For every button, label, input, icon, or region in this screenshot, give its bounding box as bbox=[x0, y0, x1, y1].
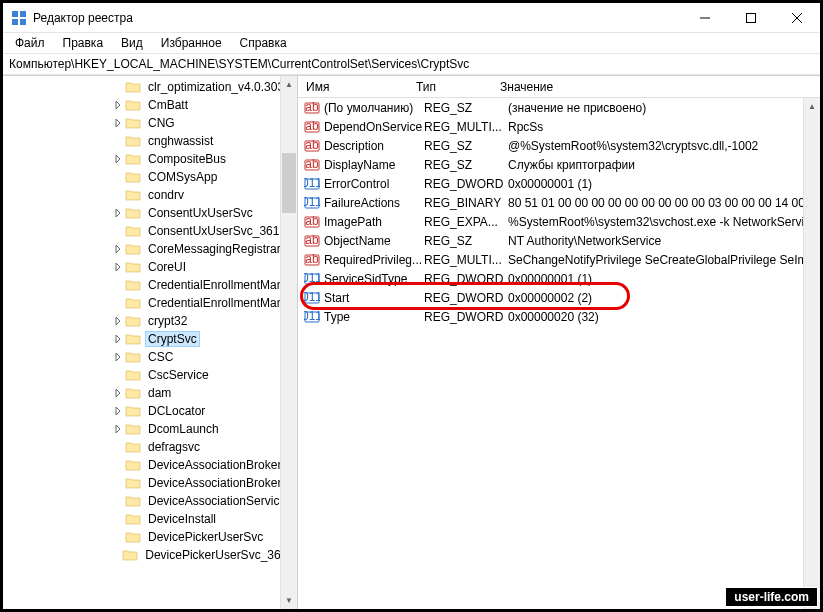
tree-item[interactable]: CryptSvc bbox=[3, 330, 297, 348]
tree-item[interactable]: crypt32 bbox=[3, 312, 297, 330]
tree-item[interactable]: CmBatt bbox=[3, 96, 297, 114]
string-value-icon: ab bbox=[304, 119, 320, 135]
tree-scrollbar[interactable]: ▲ ▼ bbox=[280, 76, 297, 609]
tree-item-label: DeviceAssociationService bbox=[145, 493, 289, 509]
svg-text:ab: ab bbox=[305, 214, 319, 228]
tree-item[interactable]: DeviceAssociationService bbox=[3, 492, 297, 510]
tree-item[interactable]: CscService bbox=[3, 366, 297, 384]
expander-icon[interactable] bbox=[111, 548, 122, 562]
tree-item-label: CscService bbox=[145, 367, 212, 383]
tree-item-label: DeviceAssociationBrokerS bbox=[145, 475, 292, 491]
expander-icon[interactable] bbox=[111, 494, 125, 508]
close-button[interactable] bbox=[774, 3, 820, 33]
tree-item[interactable]: DcomLaunch bbox=[3, 420, 297, 438]
expander-icon[interactable] bbox=[111, 368, 125, 382]
registry-value-row[interactable]: abImagePathREG_EXPA...%SystemRoot%\syste… bbox=[298, 212, 820, 231]
tree-item[interactable]: DevicePickerUserSvc_3618 bbox=[3, 546, 297, 564]
tree-item[interactable]: clr_optimization_v4.0.3031 bbox=[3, 78, 297, 96]
expander-icon[interactable] bbox=[111, 206, 125, 220]
tree-item[interactable]: CSC bbox=[3, 348, 297, 366]
tree-item[interactable]: dam bbox=[3, 384, 297, 402]
value-type: REG_DWORD bbox=[424, 291, 508, 305]
scroll-down-icon[interactable]: ▼ bbox=[281, 592, 297, 609]
registry-value-row[interactable]: 011FailureActionsREG_BINARY80 51 01 00 0… bbox=[298, 193, 820, 212]
registry-value-row[interactable]: abRequiredPrivileg...REG_MULTI...SeChang… bbox=[298, 250, 820, 269]
registry-value-row[interactable]: 011TypeREG_DWORD0x00000020 (32) bbox=[298, 307, 820, 326]
tree-item[interactable]: DeviceAssociationBrokerS bbox=[3, 474, 297, 492]
scroll-thumb[interactable] bbox=[282, 153, 296, 213]
registry-value-row[interactable]: abDisplayNameREG_SZСлужбы криптографии bbox=[298, 155, 820, 174]
expander-icon[interactable] bbox=[111, 386, 125, 400]
tree-item[interactable]: cnghwassist bbox=[3, 132, 297, 150]
registry-value-row[interactable]: 011ErrorControlREG_DWORD0x00000001 (1) bbox=[298, 174, 820, 193]
expander-icon[interactable] bbox=[111, 530, 125, 544]
column-name[interactable]: Имя bbox=[298, 76, 408, 97]
folder-icon bbox=[125, 368, 141, 382]
expander-icon[interactable] bbox=[111, 278, 125, 292]
value-type: REG_EXPA... bbox=[424, 215, 508, 229]
tree-item[interactable]: DevicePickerUserSvc bbox=[3, 528, 297, 546]
tree-item-label: DcomLaunch bbox=[145, 421, 222, 437]
expander-icon[interactable] bbox=[111, 116, 125, 130]
list-scrollbar[interactable]: ▲ ▼ bbox=[803, 98, 820, 609]
tree-item[interactable]: ConsentUxUserSvc_3618b bbox=[3, 222, 297, 240]
tree-item[interactable]: CompositeBus bbox=[3, 150, 297, 168]
expander-icon[interactable] bbox=[111, 80, 125, 94]
tree-item[interactable]: CNG bbox=[3, 114, 297, 132]
tree-pane[interactable]: clr_optimization_v4.0.3031CmBattCNGcnghw… bbox=[3, 76, 298, 609]
menu-view[interactable]: Вид bbox=[113, 34, 151, 52]
expander-icon[interactable] bbox=[111, 98, 125, 112]
expander-icon[interactable] bbox=[111, 296, 125, 310]
menu-edit[interactable]: Правка bbox=[55, 34, 112, 52]
expander-icon[interactable] bbox=[111, 260, 125, 274]
expander-icon[interactable] bbox=[111, 314, 125, 328]
expander-icon[interactable] bbox=[111, 332, 125, 346]
registry-value-row[interactable]: abObjectNameREG_SZNT Authority\NetworkSe… bbox=[298, 231, 820, 250]
list-pane[interactable]: Имя Тип Значение ab(По умолчанию)REG_SZ(… bbox=[298, 76, 820, 609]
address-bar[interactable]: Компьютер\HKEY_LOCAL_MACHINE\SYSTEM\Curr… bbox=[3, 53, 820, 75]
tree-item[interactable]: DCLocator bbox=[3, 402, 297, 420]
expander-icon[interactable] bbox=[111, 134, 125, 148]
menu-favorites[interactable]: Избранное bbox=[153, 34, 230, 52]
column-type[interactable]: Тип bbox=[408, 76, 492, 97]
scroll-up-icon[interactable]: ▲ bbox=[804, 98, 820, 115]
maximize-button[interactable] bbox=[728, 3, 774, 33]
expander-icon[interactable] bbox=[111, 350, 125, 364]
tree-item[interactable]: defragsvc bbox=[3, 438, 297, 456]
menu-help[interactable]: Справка bbox=[232, 34, 295, 52]
registry-value-row[interactable]: abDependOnServiceREG_MULTI...RpcSs bbox=[298, 117, 820, 136]
titlebar[interactable]: Редактор реестра bbox=[3, 3, 820, 33]
tree-item[interactable]: COMSysApp bbox=[3, 168, 297, 186]
expander-icon[interactable] bbox=[111, 224, 125, 238]
tree-item[interactable]: DeviceAssociationBrokerS bbox=[3, 456, 297, 474]
tree-item[interactable]: condrv bbox=[3, 186, 297, 204]
registry-value-row[interactable]: 011StartREG_DWORD0x00000002 (2) bbox=[298, 288, 820, 307]
tree-item[interactable]: ConsentUxUserSvc bbox=[3, 204, 297, 222]
registry-value-row[interactable]: 011ServiceSidTypeREG_DWORD0x00000001 (1) bbox=[298, 269, 820, 288]
tree-item[interactable]: CredentialEnrollmentMan bbox=[3, 276, 297, 294]
expander-icon[interactable] bbox=[111, 404, 125, 418]
tree-item[interactable]: DeviceInstall bbox=[3, 510, 297, 528]
scroll-up-icon[interactable]: ▲ bbox=[281, 76, 297, 93]
tree-item[interactable]: CoreUI bbox=[3, 258, 297, 276]
expander-icon[interactable] bbox=[111, 476, 125, 490]
expander-icon[interactable] bbox=[111, 242, 125, 256]
menu-file[interactable]: Файл bbox=[7, 34, 53, 52]
column-value[interactable]: Значение bbox=[492, 76, 820, 97]
registry-value-row[interactable]: ab(По умолчанию)REG_SZ(значение не присв… bbox=[298, 98, 820, 117]
expander-icon[interactable] bbox=[111, 440, 125, 454]
expander-icon[interactable] bbox=[111, 458, 125, 472]
string-value-icon: ab bbox=[304, 157, 320, 173]
tree-item[interactable]: CoreMessagingRegistrar bbox=[3, 240, 297, 258]
expander-icon[interactable] bbox=[111, 170, 125, 184]
svg-text:011: 011 bbox=[304, 309, 320, 323]
minimize-button[interactable] bbox=[682, 3, 728, 33]
tree-item[interactable]: CredentialEnrollmentMan bbox=[3, 294, 297, 312]
expander-icon[interactable] bbox=[111, 152, 125, 166]
registry-value-row[interactable]: abDescriptionREG_SZ@%SystemRoot%\system3… bbox=[298, 136, 820, 155]
expander-icon[interactable] bbox=[111, 188, 125, 202]
value-data: %SystemRoot%\system32\svchost.exe -k Net… bbox=[508, 215, 820, 229]
value-data: (значение не присвоено) bbox=[508, 101, 820, 115]
expander-icon[interactable] bbox=[111, 422, 125, 436]
expander-icon[interactable] bbox=[111, 512, 125, 526]
